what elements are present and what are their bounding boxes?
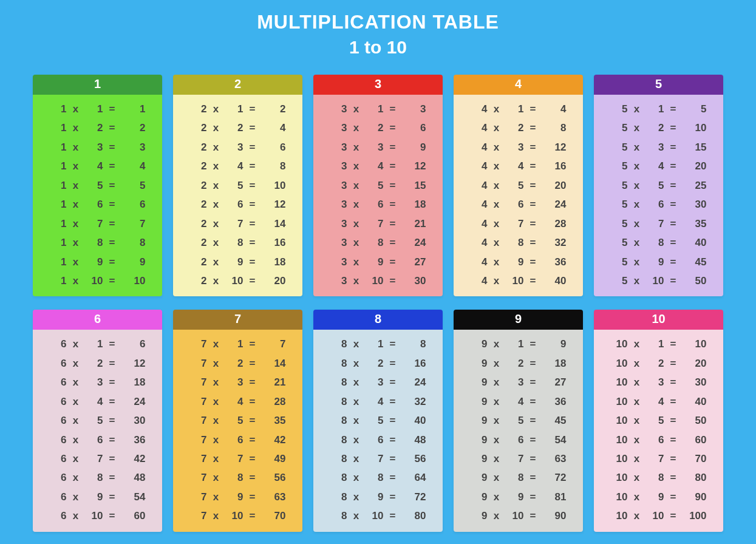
times-symbol: x bbox=[350, 354, 363, 373]
equals-symbol: = bbox=[667, 392, 680, 411]
times-symbol: x bbox=[630, 157, 644, 175]
equals-symbol: = bbox=[106, 430, 119, 449]
equals-symbol: = bbox=[106, 195, 119, 214]
multiplicand: 4 bbox=[471, 271, 488, 290]
equals-symbol: = bbox=[667, 430, 680, 449]
multiplicand: 2 bbox=[190, 195, 207, 214]
table-row: 8x8=64 bbox=[322, 468, 434, 487]
table-header: 8 bbox=[313, 310, 443, 330]
multiplicand: 7 bbox=[190, 411, 207, 430]
multiplier: 6 bbox=[646, 430, 664, 449]
multiplicand: 8 bbox=[330, 449, 347, 468]
table-body: 8x1=88x2=168x3=248x4=328x5=408x6=488x7=5… bbox=[313, 330, 443, 531]
multiplier: 7 bbox=[85, 449, 103, 468]
table-row: 10x1=10 bbox=[602, 335, 715, 353]
product: 50 bbox=[683, 271, 707, 290]
times-symbol: x bbox=[490, 392, 503, 411]
multiplier: 8 bbox=[85, 468, 103, 487]
product: 8 bbox=[262, 157, 286, 175]
table-row: 10x5=50 bbox=[602, 411, 715, 430]
times-symbol: x bbox=[630, 118, 644, 137]
multiplier: 2 bbox=[225, 118, 243, 137]
equals-symbol: = bbox=[246, 138, 259, 157]
multiplicand: 6 bbox=[50, 468, 67, 487]
table-row: 9x1=9 bbox=[462, 335, 574, 353]
table-card-9: 99x1=99x2=189x3=279x4=369x5=459x6=549x7=… bbox=[454, 310, 583, 531]
multiplicand: 5 bbox=[611, 195, 628, 214]
table-row: 6x9=54 bbox=[41, 488, 154, 506]
multiplicand: 7 bbox=[190, 335, 207, 353]
multiplicand: 2 bbox=[190, 214, 207, 233]
multiplier: 3 bbox=[225, 373, 243, 392]
multiplicand: 10 bbox=[611, 373, 628, 392]
multiplier: 6 bbox=[225, 430, 243, 449]
equals-symbol: = bbox=[386, 271, 400, 290]
table-row: 8x4=32 bbox=[322, 392, 434, 411]
product: 35 bbox=[683, 214, 707, 233]
table-row: 6x4=24 bbox=[41, 392, 154, 411]
equals-symbol: = bbox=[526, 411, 540, 430]
equals-symbol: = bbox=[386, 392, 400, 411]
equals-symbol: = bbox=[667, 214, 680, 233]
multiplier: 9 bbox=[506, 253, 524, 271]
product: 32 bbox=[402, 392, 426, 411]
times-symbol: x bbox=[69, 430, 83, 449]
equals-symbol: = bbox=[667, 118, 680, 137]
multiplier: 7 bbox=[366, 214, 384, 233]
product: 70 bbox=[262, 506, 286, 525]
product: 4 bbox=[121, 157, 146, 175]
equals-symbol: = bbox=[246, 157, 259, 175]
multiplier: 9 bbox=[366, 253, 384, 271]
multiplier: 7 bbox=[646, 449, 664, 468]
multiplicand: 1 bbox=[50, 271, 67, 290]
multiplicand: 3 bbox=[330, 195, 347, 214]
multiplicand: 6 bbox=[50, 411, 67, 430]
multiplicand: 1 bbox=[50, 157, 67, 175]
table-row: 5x5=25 bbox=[602, 176, 715, 195]
table-row: 2x7=14 bbox=[182, 214, 294, 233]
equals-symbol: = bbox=[246, 271, 259, 290]
multiplier: 9 bbox=[85, 253, 103, 271]
multiplier: 5 bbox=[506, 411, 524, 430]
equals-symbol: = bbox=[386, 373, 400, 392]
product: 72 bbox=[542, 468, 567, 487]
product: 60 bbox=[121, 506, 146, 525]
times-symbol: x bbox=[490, 430, 503, 449]
table-row: 4x9=36 bbox=[462, 253, 574, 271]
table-row: 8x7=56 bbox=[322, 449, 434, 468]
table-header: 1 bbox=[33, 75, 162, 95]
table-row: 5x4=20 bbox=[602, 157, 715, 175]
equals-symbol: = bbox=[667, 271, 680, 290]
multiplier: 6 bbox=[225, 195, 243, 214]
product: 2 bbox=[121, 118, 146, 137]
multiplier: 1 bbox=[506, 335, 524, 353]
table-row: 9x7=63 bbox=[462, 449, 574, 468]
times-symbol: x bbox=[350, 214, 363, 233]
equals-symbol: = bbox=[526, 354, 540, 373]
multiplier: 4 bbox=[366, 392, 384, 411]
table-card-1: 11x1=11x2=21x3=31x4=41x5=51x6=61x7=71x8=… bbox=[33, 75, 162, 296]
product: 12 bbox=[542, 138, 567, 157]
table-row: 8x5=40 bbox=[322, 411, 434, 430]
times-symbol: x bbox=[69, 100, 83, 118]
equals-symbol: = bbox=[246, 488, 259, 506]
table-row: 2x10=20 bbox=[182, 271, 294, 290]
times-symbol: x bbox=[350, 373, 363, 392]
product: 36 bbox=[121, 430, 146, 449]
product: 50 bbox=[683, 411, 707, 430]
multiplier: 4 bbox=[506, 392, 524, 411]
multiplicand: 7 bbox=[190, 430, 207, 449]
times-symbol: x bbox=[350, 430, 363, 449]
multiplier: 3 bbox=[506, 373, 524, 392]
times-symbol: x bbox=[69, 411, 83, 430]
equals-symbol: = bbox=[526, 468, 540, 487]
multiplicand: 3 bbox=[330, 253, 347, 271]
multiplicand: 3 bbox=[330, 271, 347, 290]
equals-symbol: = bbox=[246, 354, 259, 373]
multiplicand: 8 bbox=[330, 335, 347, 353]
times-symbol: x bbox=[69, 195, 83, 214]
product: 32 bbox=[542, 233, 567, 252]
table-row: 1x1=1 bbox=[41, 100, 154, 118]
product: 60 bbox=[683, 430, 707, 449]
product: 24 bbox=[402, 233, 426, 252]
